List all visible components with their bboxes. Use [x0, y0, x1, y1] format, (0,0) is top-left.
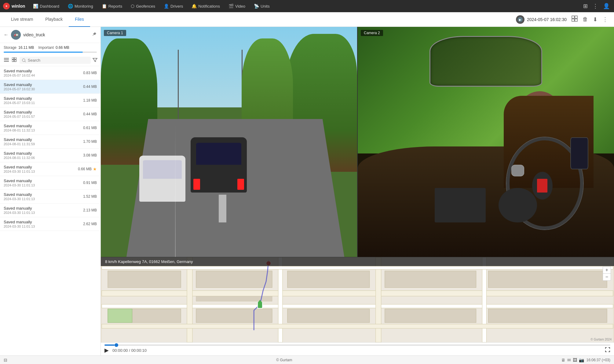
progress-thumb[interactable]: [115, 343, 118, 347]
list-item[interactable]: Saved manually 2024-03-30 11:01:13 0.66 …: [0, 162, 101, 176]
file-name: Saved manually: [4, 151, 81, 156]
list-item[interactable]: Saved manually 2024-05-07 15:03:11 1.18 …: [0, 94, 101, 107]
file-date: 2024-05-07 15:01:57: [4, 115, 81, 118]
svg-rect-5: [572, 19, 574, 21]
important-size: 0.66 MB: [56, 45, 69, 50]
svg-rect-18: [102, 257, 613, 342]
svg-text:▶: ▶: [519, 18, 521, 21]
zoom-out-button[interactable]: −: [603, 274, 611, 280]
image-icon[interactable]: 🖼: [573, 358, 577, 362]
svg-rect-27: [108, 271, 181, 288]
download-button[interactable]: ⬇: [592, 15, 599, 24]
nav-label-reports: Reports: [108, 4, 122, 9]
user-icon[interactable]: 👤: [602, 2, 611, 11]
list-item[interactable]: Saved manually 2024-08-01 11:32:13 0.61 …: [0, 121, 101, 135]
file-name: Saved manually: [4, 220, 81, 224]
file-name: Saved manually: [4, 137, 81, 142]
nav-item-monitoring[interactable]: 🌐 Monitoring: [64, 0, 97, 12]
mail-icon[interactable]: ✉: [567, 358, 571, 362]
svg-rect-14: [12, 60, 14, 62]
nav-item-video[interactable]: 🎬 Video: [224, 0, 250, 12]
status-right: 🖥 ✉ 🖼 📷 16:06:37 (+03): [561, 358, 610, 362]
nav-item-units[interactable]: 📡 Units: [250, 0, 274, 12]
file-info: Saved manually 2024-08-01 11:32:06: [4, 151, 81, 160]
file-info: Saved manually 2024-05-07 16:02:44: [4, 69, 81, 77]
file-size: 1.52 MB: [83, 194, 97, 199]
list-item[interactable]: Saved manually 2024-03-30 11:01:13 1.52 …: [0, 190, 101, 204]
back-button[interactable]: ←: [4, 32, 9, 38]
file-size: 3.08 MB: [83, 153, 97, 157]
filter-button[interactable]: [93, 57, 97, 63]
file-name: Saved manually: [4, 206, 81, 211]
progress-track[interactable]: [104, 344, 610, 346]
nav-item-geofences[interactable]: ⬡ Geofences: [126, 0, 159, 12]
svg-rect-35: [287, 309, 370, 323]
file-name: Saved manually: [4, 110, 81, 114]
file-info: Saved manually 2024-05-07 15:01:57: [4, 110, 81, 118]
monitor-icon[interactable]: 🖥: [561, 358, 565, 362]
nav-item-reports[interactable]: 📋 Reports: [97, 0, 127, 12]
file-size: 1.18 MB: [83, 98, 97, 103]
file-info: Saved manually 2024-03-30 11:01:13: [4, 206, 81, 214]
more-options-icon[interactable]: ⋮: [591, 2, 599, 11]
expand-icon[interactable]: ⊟: [4, 358, 7, 362]
grid-view-button[interactable]: [11, 56, 18, 64]
pin-button[interactable]: [92, 32, 97, 38]
search-input[interactable]: [28, 58, 88, 63]
nav-label-dashboard: Dashboard: [40, 4, 59, 9]
nav-label-drivers: Drivers: [170, 4, 183, 9]
svg-text:🚛: 🚛: [14, 32, 18, 37]
grid-icon[interactable]: ⊞: [582, 2, 589, 11]
dashboard-icon: 📊: [33, 4, 38, 9]
file-size: 0.91 MB: [83, 181, 97, 185]
star-icon: ★: [93, 167, 97, 171]
file-info: Saved manually 2024-08-01 11:31:59: [4, 137, 81, 146]
list-item[interactable]: Saved manually 2024-08-01 11:32:06 3.08 …: [0, 149, 101, 162]
file-name: Saved manually: [4, 165, 75, 169]
nav-item-drivers[interactable]: 👤 Drivers: [159, 0, 187, 12]
play-button[interactable]: ▶: [104, 347, 109, 354]
svg-rect-4: [575, 16, 577, 18]
list-item[interactable]: Saved manually 2024-05-07 15:01:57 0.44 …: [0, 107, 101, 121]
list-item[interactable]: Saved manually 2024-03-30 11:01:13 2.13 …: [0, 204, 101, 217]
svg-rect-32: [488, 271, 607, 288]
copyright-text: © Gurtam: [7, 358, 561, 362]
svg-rect-21: [187, 257, 192, 342]
svg-rect-38: [108, 309, 132, 323]
logo[interactable]: winlon: [3, 3, 25, 9]
fullscreen-button[interactable]: [605, 347, 610, 354]
split-view-button[interactable]: [570, 14, 579, 24]
svg-rect-11: [4, 61, 9, 62]
map-zoom-controls: + −: [603, 266, 611, 281]
camera-small-icon[interactable]: 📷: [579, 358, 584, 362]
file-info: Saved manually 2024-08-01 11:32:13: [4, 124, 81, 132]
camera-1-panel: Camera 1: [101, 27, 357, 257]
tab-playback[interactable]: Playback: [39, 12, 69, 27]
file-date: 2024-03-30 11:01:13: [4, 197, 81, 201]
tab-live-stream[interactable]: Live stream: [5, 12, 39, 27]
list-item[interactable]: Saved manually 2024-08-01 11:31:59 1.70 …: [0, 135, 101, 149]
file-info: Saved manually 2024-05-07 16:02:30: [4, 82, 81, 91]
timestamp-text: 2024-05-07 16:02:30: [527, 17, 567, 22]
list-item[interactable]: Saved manually 2024-05-07 16:02:44 0.83 …: [0, 66, 101, 80]
tab-files[interactable]: Files: [69, 12, 90, 27]
more-actions-button[interactable]: ⋮: [601, 15, 609, 24]
list-item[interactable]: Saved manually 2024-03-30 11:01:13 0.91 …: [0, 176, 101, 190]
nav-item-dashboard[interactable]: 📊 Dashboard: [29, 0, 64, 12]
list-item[interactable]: Saved manually 2024-05-07 16:02:30 0.44 …: [0, 80, 101, 94]
file-date: 2024-03-30 11:01:13: [4, 225, 81, 228]
storage-bar-row: [0, 51, 101, 55]
file-info: Saved manually 2024-03-30 11:01:13: [4, 192, 81, 201]
svg-rect-34: [196, 309, 272, 323]
file-name: Saved manually: [4, 82, 81, 87]
list-item[interactable]: Saved manually 2024-03-30 11:01:13 2.62 …: [0, 217, 101, 231]
zoom-in-button[interactable]: +: [603, 267, 611, 273]
file-date: 2024-05-07 16:02:44: [4, 74, 81, 77]
delete-button[interactable]: 🗑: [581, 15, 589, 24]
list-view-button[interactable]: [3, 56, 10, 64]
nav-item-notifications[interactable]: 🔔 Notifications: [187, 0, 224, 12]
progress-row: [104, 344, 610, 346]
file-date: 2024-03-30 11:01:13: [4, 211, 81, 214]
storage-size: 16.11 MB: [18, 45, 34, 50]
clock-display: 16:06:37 (+03): [587, 358, 610, 362]
